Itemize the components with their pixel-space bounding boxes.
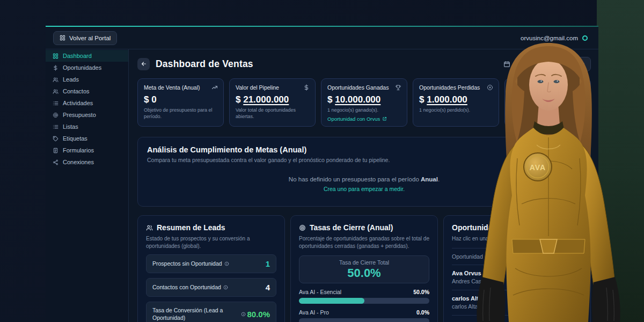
users-icon xyxy=(53,77,58,83)
bar-value: 50.0% xyxy=(413,289,429,295)
sidebar-item-label: Actividades xyxy=(63,100,93,106)
account-email: orvusinc@gmail.com xyxy=(521,35,578,41)
sidebar-item-listas[interactable]: Listas xyxy=(46,121,128,133)
ava-badge: AVA xyxy=(524,153,552,181)
lead-stat-value: 1 xyxy=(266,259,270,268)
target-icon xyxy=(299,224,306,231)
arrow-left-icon xyxy=(141,61,147,67)
sidebar-item-actividades[interactable]: Actividades xyxy=(46,97,128,109)
total-close-rate-value: 50.0% xyxy=(347,266,380,280)
sidebar-item-etiquetas[interactable]: Etiquetas xyxy=(46,133,128,144)
status-dot-icon xyxy=(582,35,588,41)
sidebar-item-label: Listas xyxy=(63,123,78,130)
lead-stat-label: Prospectos sin Oportunidad xyxy=(152,260,229,267)
share-icon xyxy=(53,159,58,165)
list-icon xyxy=(53,100,58,106)
back-button[interactable] xyxy=(137,58,150,70)
kpi-card-valor-del-pipeline: Valor del Pipeline$ 21.000.000Valor tota… xyxy=(229,78,316,127)
kpi-title: Valor del Pipeline xyxy=(236,84,309,91)
sidebar-item-label: Formularios xyxy=(63,147,94,153)
close-rate-bar: Ava AI - Esencial50.0% xyxy=(299,289,429,304)
sidebar: DashboardOportunidadesLeadsContactosActi… xyxy=(46,49,129,322)
bar-fill xyxy=(299,298,364,304)
kpi-value: $ 0 xyxy=(144,94,217,105)
info-icon xyxy=(241,312,246,317)
sidebar-item-oportunidades[interactable]: Oportunidades xyxy=(46,62,128,74)
bar-track xyxy=(299,298,429,304)
target-icon xyxy=(53,112,58,118)
sidebar-item-label: Leads xyxy=(63,76,79,83)
users-icon xyxy=(146,224,153,231)
users-icon xyxy=(53,89,58,94)
kpi-card-meta-de-venta-anual: Meta de Venta (Anual)$ 0Objetivo de pres… xyxy=(137,78,224,127)
bar-track xyxy=(299,318,429,322)
leads-panel-subtitle: Estado de tus prospectos y su conversión… xyxy=(146,235,276,250)
tag-icon xyxy=(53,136,58,142)
bar-label: Ava AI - Esencial xyxy=(299,289,341,295)
kpi-description: Objetivo de presupuesto para el período. xyxy=(144,107,217,120)
sidebar-item-label: Etiquetas xyxy=(63,135,87,142)
close-rate-bars: Ava AI - Esencial50.0%Ava AI - Pro0.0% xyxy=(299,289,429,322)
sidebar-item-leads[interactable]: Leads xyxy=(46,74,128,85)
kpi-title: Meta de Venta (Anual) xyxy=(144,84,217,91)
total-close-rate-label: Tasa de Cierre Total xyxy=(339,259,389,266)
lead-stat-row: Tasa de Conversión (Lead a Oportunidad)8… xyxy=(146,302,276,322)
leads-panel-title: Resumen de Leads xyxy=(157,223,225,232)
close-rate-bar: Ava AI - Pro0.0% xyxy=(299,309,429,322)
sidebar-item-formularios[interactable]: Formularios xyxy=(46,144,128,156)
sidebar-item-label: Presupuesto xyxy=(63,112,96,118)
goal-empty-prefix: No has definido un presupuesto para el p… xyxy=(289,176,421,182)
close-panel-subtitle: Porcentaje de oportunidades ganadas sobr… xyxy=(299,235,429,250)
lead-stat-value: 4 xyxy=(266,283,270,292)
ava-assistant-figure: AVA xyxy=(462,43,644,322)
back-to-portal-label: Volver al Portal xyxy=(69,35,111,41)
kpi-description: Valor total de oportunidades abiertas. xyxy=(236,107,309,120)
sidebar-item-dashboard[interactable]: Dashboard xyxy=(46,50,128,62)
kpi-description: 1 negocio(s) ganado(s). xyxy=(327,107,401,114)
goal-empty-suffix: . xyxy=(438,176,440,182)
kpi-value: $ 21.000.000 xyxy=(236,94,309,105)
sidebar-item-presupuesto[interactable]: Presupuesto xyxy=(46,109,128,121)
leads-summary-panel: Resumen de Leads Estado de tus prospecto… xyxy=(137,215,285,322)
screen: { "window": { "portal_button": "Volver a… xyxy=(0,0,644,322)
sidebar-item-label: Contactos xyxy=(63,88,90,94)
grid-icon xyxy=(53,53,58,59)
info-icon xyxy=(223,285,228,290)
belt-buckle xyxy=(540,239,557,253)
goal-empty-period: Anual xyxy=(421,176,438,182)
external-icon xyxy=(382,116,387,121)
account-menu[interactable]: orvusinc@gmail.com xyxy=(521,35,588,41)
glove-right xyxy=(592,277,620,322)
bar-label: Ava AI - Pro xyxy=(299,309,329,316)
sidebar-item-conexiones[interactable]: Conexiones xyxy=(46,156,128,168)
lead-stat-row: Prospectos sin Oportunidad1 xyxy=(146,254,276,273)
close-panel-title: Tasas de Cierre (Anual) xyxy=(310,223,393,232)
sidebar-item-contactos[interactable]: Contactos xyxy=(46,85,128,97)
ava-badge-text: AVA xyxy=(530,163,546,172)
trend-icon xyxy=(211,84,218,91)
kpi-title: Oportunidades Ganadas xyxy=(327,84,401,91)
leads-stat-rows: Prospectos sin Oportunidad1Contactos con… xyxy=(146,254,276,322)
total-close-rate-box: Tasa de Cierre Total 50.0% xyxy=(299,255,429,283)
sidebar-item-label: Dashboard xyxy=(63,53,92,59)
list-icon xyxy=(53,124,58,130)
lead-stat-label: Contactos con Oportunidad xyxy=(152,283,228,291)
info-icon xyxy=(224,261,229,266)
grid-icon xyxy=(60,35,65,41)
sidebar-item-label: Conexiones xyxy=(63,159,94,165)
back-to-portal-button[interactable]: Volver al Portal xyxy=(53,31,117,45)
dollar-icon xyxy=(303,84,310,91)
file-icon xyxy=(53,148,58,153)
close-rates-panel: Tasas de Cierre (Anual) Porcentaje de op… xyxy=(290,215,438,322)
kpi-card-oportunidades-ganadas: Oportunidades Ganadas$ 10.000.0001 negoc… xyxy=(321,78,407,127)
lead-stat-value: 80.0% xyxy=(241,310,270,319)
lead-stat-row: Contactos con Oportunidad4 xyxy=(146,278,276,297)
dollar-icon xyxy=(53,65,58,71)
glove-left xyxy=(477,277,505,322)
opportunity-link[interactable]: Oportunidad con Orvus xyxy=(327,116,401,122)
page-title: Dashboard de Ventas xyxy=(156,58,253,70)
sidebar-item-label: Oportunidades xyxy=(63,64,101,71)
trophy-icon xyxy=(395,84,401,91)
kpi-value: $ 10.000.000 xyxy=(327,94,401,105)
bar-value: 0.0% xyxy=(416,309,429,316)
